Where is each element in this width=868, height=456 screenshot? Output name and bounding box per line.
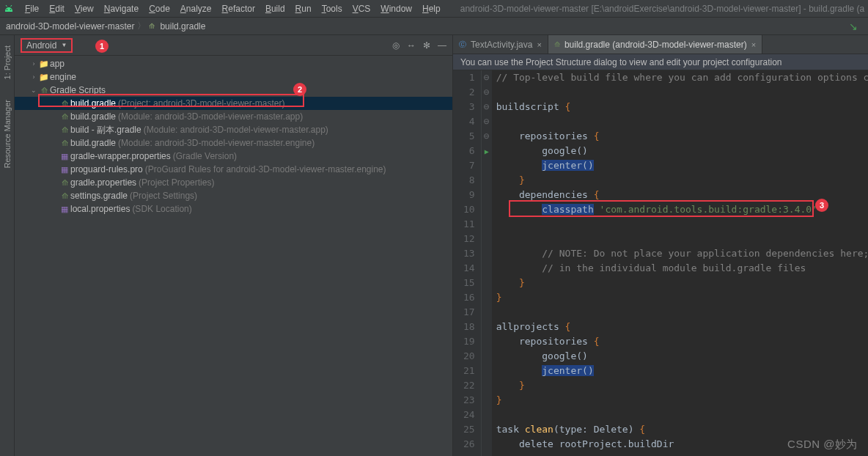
tool-project[interactable]: 1: Project: [3, 43, 12, 82]
tree-arrow-icon[interactable]: ›: [29, 73, 38, 81]
window-title: android-3D-model-viewer-master [E:\andro…: [460, 4, 865, 14]
tree-row[interactable]: ⌄⟰Gradle Scripts: [15, 84, 452, 97]
app-logo-icon: [3, 2, 15, 15]
collapse-icon[interactable]: ↔: [407, 40, 416, 51]
tree-row[interactable]: ⟰settings.gradle (Project Settings): [15, 189, 452, 202]
menu-code[interactable]: Code: [144, 4, 175, 14]
gradle-icon: ⟰: [59, 139, 70, 148]
tree-label: proguard-rules.pro: [70, 164, 143, 174]
project-panel: Android ▼ ◎ ↔ ✻ — ›📁app›📁engine⌄⟰Gradle …: [15, 35, 453, 456]
menu-run[interactable]: Run: [290, 4, 317, 14]
menu-edit[interactable]: Edit: [44, 4, 70, 14]
left-tool-strip: 1: Project Resource Manager: [0, 35, 15, 456]
tree-arrow-icon[interactable]: ⌄: [29, 87, 38, 94]
tree-row[interactable]: ▦gradle-wrapper.properties (Gradle Versi…: [15, 150, 452, 163]
tree-hint: (Gradle Version): [173, 151, 237, 161]
editor-tabs: ⒸTextActivity.java×⟰build.gradle (androi…: [453, 35, 868, 54]
tree-hint: (ProGuard Rules for android-3D-model-vie…: [145, 164, 386, 174]
project-tree[interactable]: ›📁app›📁engine⌄⟰Gradle Scripts⟰build.grad…: [15, 56, 452, 456]
gradle-icon: ⟰: [554, 40, 560, 48]
tab-label: build.gradle (android-3D-model-viewer-ma…: [564, 40, 747, 50]
watermark: CSDN @妙为: [787, 438, 858, 452]
tree-row[interactable]: ›📁engine: [15, 70, 452, 84]
line-number-gutter: 1234567891011121314151617181920212223242…: [453, 70, 482, 456]
tree-label: build.gradle: [70, 98, 116, 109]
tree-hint: (Module: android-3D-model-viewer-master.…: [118, 111, 303, 122]
android-view-dropdown[interactable]: Android ▼: [21, 38, 73, 53]
menu-bar: FileEditViewNavigateCodeAnalyzeRefactorB…: [0, 0, 868, 18]
prop-icon: ▦: [59, 152, 70, 161]
editor-area: ⒸTextActivity.java×⟰build.gradle (androi…: [453, 35, 868, 456]
breadcrumb-project[interactable]: android-3D-model-viewer-master: [6, 21, 134, 32]
tree-hint: (Project Properties): [139, 177, 214, 188]
menu-items: FileEditViewNavigateCodeAnalyzeRefactorB…: [20, 4, 446, 14]
tool-resource-manager[interactable]: Resource Manager: [3, 97, 12, 172]
menu-refactor[interactable]: Refactor: [217, 4, 260, 14]
target-icon[interactable]: ◎: [392, 40, 400, 51]
tree-row[interactable]: ⟰build - 副本.gradle (Module: android-3D-m…: [15, 123, 452, 136]
main-area: 1: Project Resource Manager Android ▼ ◎ …: [0, 35, 868, 456]
gradle-icon: ⟰: [59, 178, 70, 188]
android-view-label: Android: [26, 40, 56, 51]
gear-icon[interactable]: ✻: [423, 40, 430, 51]
close-icon[interactable]: ×: [751, 40, 756, 49]
svg-line-2: [6, 5, 7, 7]
nav-bar: android-3D-model-viewer-master 〉 ⟰ build…: [0, 18, 868, 35]
editor-tab[interactable]: ⟰build.gradle (android-3D-model-viewer-m…: [548, 35, 762, 54]
tree-label: app: [50, 59, 65, 69]
chevron-down-icon: ▼: [61, 42, 67, 48]
svg-point-0: [7, 9, 8, 10]
tree-label: engine: [50, 72, 76, 82]
code-area: 1234567891011121314151617181920212223242…: [453, 70, 868, 456]
menu-window[interactable]: Window: [375, 4, 417, 14]
svg-point-1: [10, 9, 12, 10]
svg-line-3: [11, 5, 12, 7]
java-icon: Ⓒ: [459, 40, 466, 50]
project-header-actions: ◎ ↔ ✻ —: [392, 40, 446, 51]
tree-label: local.properties: [70, 204, 130, 214]
tab-label: TextActivity.java: [471, 40, 532, 50]
breadcrumb-file[interactable]: build.gradle: [160, 21, 205, 32]
gradle-icon: ⟰: [59, 112, 70, 122]
menu-help[interactable]: Help: [417, 4, 446, 14]
breadcrumbs: android-3D-model-viewer-master 〉 ⟰ build…: [6, 20, 205, 32]
folder-icon: 📁: [38, 73, 50, 82]
tree-hint: (Module: android-3D-model-viewer-master.…: [118, 138, 315, 148]
tree-row[interactable]: ⟰build.gradle (Module: android-3D-model-…: [15, 136, 452, 150]
editor-info-bar[interactable]: You can use the Project Structure dialog…: [453, 54, 868, 70]
tree-label: gradle.properties: [70, 177, 136, 188]
close-icon[interactable]: ×: [537, 40, 541, 49]
gradle-icon: ⟰: [59, 191, 70, 201]
tree-label: Gradle Scripts: [50, 85, 106, 95]
menu-build[interactable]: Build: [260, 4, 290, 14]
tree-hint: (Module: android-3D-model-viewer-master.…: [144, 125, 328, 135]
code-editor[interactable]: // Top-level build file where you can ad…: [492, 70, 868, 456]
tree-label: build - 副本.gradle: [70, 124, 141, 136]
tree-row[interactable]: ▦local.properties (SDK Location): [15, 202, 452, 216]
gradle-icon: ⟰: [149, 22, 155, 30]
menu-analyze[interactable]: Analyze: [175, 4, 217, 14]
tree-row[interactable]: ⟰build.gradle (Module: android-3D-model-…: [15, 110, 452, 123]
gradle-icon: ⟰: [59, 125, 70, 135]
tree-arrow-icon[interactable]: ›: [29, 60, 38, 67]
breadcrumb-separator: 〉: [137, 20, 146, 32]
menu-vcs[interactable]: VCS: [347, 4, 376, 14]
tree-label: settings.gradle: [70, 191, 128, 201]
editor-tab[interactable]: ⒸTextActivity.java×: [453, 35, 548, 54]
tree-hint: (SDK Location): [132, 204, 191, 214]
folder-icon: 📁: [38, 59, 50, 69]
gradle-icon: ⟰: [38, 86, 50, 95]
menu-tools[interactable]: Tools: [317, 4, 347, 14]
tree-row[interactable]: ⟰build.gradle (Project: android-3D-model…: [15, 97, 452, 110]
hide-panel-icon[interactable]: —: [438, 40, 446, 51]
menu-navigate[interactable]: Navigate: [99, 4, 144, 14]
menu-file[interactable]: File: [20, 4, 44, 14]
fold-column[interactable]: ⊖⊖⊖⊖⊖▶: [482, 70, 492, 456]
tree-row[interactable]: ›📁app: [15, 57, 452, 70]
menu-view[interactable]: View: [70, 4, 99, 14]
tree-row[interactable]: ▦proguard-rules.pro (ProGuard Rules for …: [15, 163, 452, 176]
run-icon[interactable]: ↘: [845, 21, 862, 32]
tree-label: build.gradle: [70, 138, 116, 148]
tree-hint: (Project Settings): [130, 191, 197, 201]
tree-row[interactable]: ⟰gradle.properties (Project Properties): [15, 176, 452, 189]
